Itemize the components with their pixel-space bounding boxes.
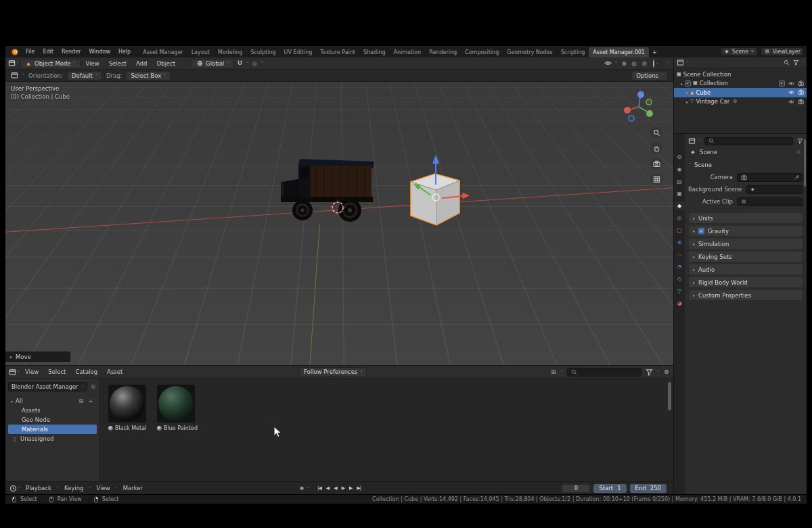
asset-scrollbar[interactable] <box>668 382 671 410</box>
add-workspace-button[interactable]: + <box>649 47 660 57</box>
section-scene-header[interactable]: ˅ Scene <box>689 160 803 170</box>
shading-wireframe-icon[interactable] <box>653 60 654 67</box>
filter-icon[interactable] <box>646 368 653 376</box>
play-button[interactable]: ▶ <box>340 485 346 491</box>
tab-layout[interactable]: Layout <box>187 47 214 57</box>
filter-icon[interactable] <box>792 59 799 66</box>
menu-select[interactable]: Select <box>44 368 70 375</box>
properties-scrollbar[interactable] <box>804 139 806 187</box>
menu-select[interactable]: Select <box>105 60 131 67</box>
gear-icon[interactable]: ⚙ <box>663 368 670 375</box>
properties-tab-data[interactable]: ▽ <box>675 287 685 295</box>
tab-asset-manager[interactable]: Asset Manager <box>139 47 187 57</box>
tab-modeling[interactable]: Modeling <box>214 47 246 57</box>
gravity-checkbox[interactable]: ✓ <box>698 228 704 234</box>
menu-window[interactable]: Window <box>85 47 114 56</box>
section-audio[interactable]: ▸ Audio <box>689 264 803 274</box>
menu-add[interactable]: Add <box>132 60 151 67</box>
eye-icon[interactable] <box>788 80 794 87</box>
asset-grid[interactable]: Black Metal Blue Painted Woo... <box>100 379 673 481</box>
auto-key-record-icon[interactable]: ● <box>298 485 306 491</box>
filter-icon[interactable] <box>796 138 803 144</box>
menu-catalog[interactable]: Catalog <box>71 368 102 375</box>
shading-solid-icon[interactable] <box>656 63 658 64</box>
view-layer-selector[interactable]: ▤ ViewLayer <box>761 47 804 56</box>
mode-dropdown[interactable]: ▲ Object Mode ˅ <box>20 59 81 68</box>
background-scene-field[interactable]: ◆ <box>746 185 803 194</box>
asset-item-blue-painted-wood[interactable]: Blue Painted Woo... <box>157 385 198 431</box>
expand-down-icon[interactable]: ▾ <box>11 399 13 404</box>
asset-thumbnail[interactable] <box>157 385 195 423</box>
scene-selector[interactable]: ◆ Scene ✕ <box>720 47 758 56</box>
outliner-row-scene-collection[interactable]: ▦ Scene Collection <box>674 70 807 79</box>
camera-visibility-icon[interactable] <box>797 99 804 105</box>
exclude-checkbox[interactable]: ✓ <box>779 80 785 87</box>
jump-to-start-button[interactable]: |◀ <box>315 485 323 491</box>
properties-tab-scene[interactable]: ◆ <box>675 201 685 210</box>
current-frame-field[interactable]: 0 <box>562 484 590 493</box>
section-gravity[interactable]: ▸ ✓ Gravity <box>689 226 803 236</box>
options-dropdown[interactable]: Options ˅ <box>631 71 668 80</box>
properties-tab-output[interactable]: ▤ <box>675 177 685 186</box>
catalog-all[interactable]: ▾ All ⊞ + <box>8 396 97 406</box>
properties-tab-modifiers[interactable]: ⊛ <box>675 238 685 247</box>
refresh-library-icon[interactable]: ↻ <box>90 383 97 390</box>
zoom-tool-button[interactable] <box>650 126 662 139</box>
tab-animation[interactable]: Animation <box>389 47 425 57</box>
search-icon[interactable] <box>783 59 790 66</box>
collapse-right-icon[interactable]: ▸ <box>686 99 688 104</box>
camera-visibility-icon[interactable] <box>797 89 804 95</box>
collapse-right-icon[interactable]: ▸ <box>686 90 688 95</box>
tab-sculpting[interactable]: Sculpting <box>246 47 279 57</box>
menu-keying[interactable]: Keying <box>60 485 88 491</box>
frame-end-field[interactable]: End 250 <box>630 484 667 493</box>
asset-item-black-metal[interactable]: Black Metal <box>108 385 149 431</box>
camera-field[interactable] <box>737 173 803 182</box>
tab-rendering[interactable]: Rendering <box>425 47 461 57</box>
catalog-materials[interactable]: Materials <box>8 425 97 434</box>
shading-dropdown-icon[interactable]: ˅ <box>667 61 669 66</box>
asset-search-input[interactable] <box>567 368 641 377</box>
proportional-editing-icon[interactable]: ◎ <box>251 60 258 67</box>
drag-dropdown[interactable]: Select Box ˅ <box>126 71 171 80</box>
properties-tab-view-layer[interactable]: ▣ <box>675 189 685 198</box>
add-catalog-icon[interactable]: + <box>87 398 94 404</box>
active-tool-icon[interactable] <box>11 72 18 79</box>
menu-view[interactable]: View <box>21 368 43 375</box>
editor-type-icon[interactable] <box>677 59 684 66</box>
pan-hand-button[interactable] <box>650 142 662 154</box>
play-reverse-button[interactable]: ◀ <box>332 485 338 491</box>
eye-icon[interactable] <box>788 89 794 95</box>
section-rigid-body-world[interactable]: ▸ Rigid Body World <box>689 277 803 287</box>
eye-icon[interactable] <box>788 99 794 105</box>
menu-marker[interactable]: Marker <box>119 485 147 491</box>
tab-uv-editing[interactable]: UV Editing <box>280 47 317 57</box>
pin-icon[interactable]: ◎ <box>795 149 802 155</box>
navigation-gizmo[interactable] <box>621 89 657 125</box>
asset-library-dropdown[interactable]: Blender Asset Manager ˅ <box>8 382 87 391</box>
tab-texture-paint[interactable]: Texture Paint <box>316 47 359 57</box>
tab-scripting[interactable]: Scripting <box>557 47 589 57</box>
toggle-perspective-button[interactable] <box>650 173 662 185</box>
properties-tab-constraints[interactable]: ◇ <box>675 274 685 283</box>
display-size-icon[interactable]: ⊞ <box>550 368 557 375</box>
jump-to-end-button[interactable]: ▶| <box>355 485 363 491</box>
section-keying-sets[interactable]: ▸ Keying Sets <box>689 251 803 262</box>
show-overlays-icon[interactable]: ◎ <box>631 60 637 67</box>
tab-compositing[interactable]: Compositing <box>461 47 503 57</box>
editor-type-icon[interactable] <box>9 368 16 376</box>
editor-type-icon[interactable] <box>8 59 16 67</box>
menu-render[interactable]: Render <box>58 47 85 56</box>
tab-shading[interactable]: Shading <box>359 47 390 57</box>
import-method-dropdown[interactable]: Follow Preferences ˅ <box>299 367 367 377</box>
menu-help[interactable]: Help <box>114 47 135 56</box>
blender-logo-icon[interactable] <box>10 48 20 56</box>
eyedropper-icon[interactable] <box>793 174 800 181</box>
collection-checkbox[interactable]: ✓ <box>685 80 691 87</box>
menu-edit[interactable]: Edit <box>39 47 58 56</box>
properties-tab-material[interactable]: ◕ <box>675 299 685 308</box>
catalog-assets[interactable]: Assets <box>8 406 97 415</box>
active-clip-field[interactable]: ▤ <box>737 197 803 206</box>
section-units[interactable]: ▸ Units <box>689 213 803 223</box>
outliner-row-cube[interactable]: ▸ ▲ Cube <box>674 88 807 97</box>
